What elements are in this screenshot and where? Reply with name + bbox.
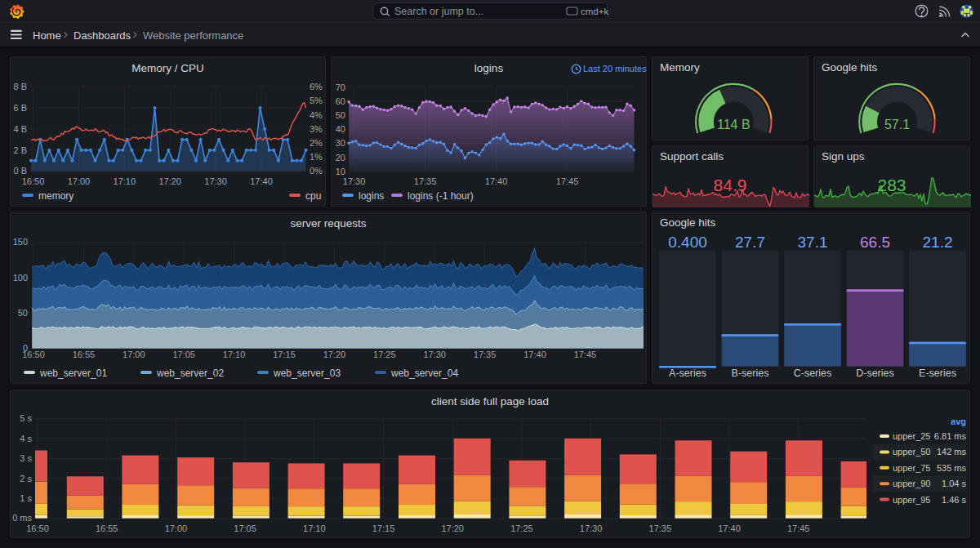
svg-text:17:30: 17:30 [204,176,227,186]
svg-text:C-series: C-series [794,368,832,379]
svg-text:17:10: 17:10 [223,350,246,359]
svg-text:150: 150 [13,237,28,247]
svg-text:17:05: 17:05 [172,350,195,359]
svg-text:3%: 3% [310,124,323,134]
svg-text:logins: logins [359,190,384,202]
svg-text:logins (-1 hour): logins (-1 hour) [408,190,474,202]
svg-text:E-series: E-series [919,368,956,379]
svg-text:142 ms: 142 ms [937,447,967,457]
svg-text:27.7: 27.7 [735,234,765,251]
svg-text:16:55: 16:55 [96,523,118,533]
svg-text:66.5: 66.5 [860,234,890,251]
svg-text:4 s: 4 s [20,434,32,443]
svg-text:114 B: 114 B [717,118,751,131]
svg-text:0 ms: 0 ms [12,513,32,523]
svg-text:0%: 0% [310,166,323,176]
svg-text:20: 20 [336,153,345,163]
svg-text:17:40: 17:40 [485,176,508,186]
svg-text:17:45: 17:45 [787,523,810,533]
svg-text:50: 50 [18,308,28,318]
svg-text:upper_25: upper_25 [893,431,931,441]
svg-text:1%: 1% [310,152,323,162]
svg-text:10: 10 [336,167,345,176]
svg-text:70: 70 [336,82,345,92]
svg-text:5 s: 5 s [20,413,32,423]
svg-text:16:50: 16:50 [22,350,45,359]
svg-text:17:40: 17:40 [523,350,546,359]
svg-text:upper_50: upper_50 [893,447,931,457]
svg-text:17:10: 17:10 [303,523,326,533]
svg-text:535 ms: 535 ms [937,463,967,473]
svg-text:cpu: cpu [305,190,321,202]
svg-text:16:55: 16:55 [73,350,96,359]
svg-text:40: 40 [336,124,345,134]
svg-text:2 B: 2 B [13,145,27,155]
svg-text:D-series: D-series [856,368,894,379]
svg-text:17:20: 17:20 [158,176,181,186]
svg-text:1.04 s: 1.04 s [942,479,966,488]
svg-text:upper_90: upper_90 [893,479,931,488]
svg-text:upper_95: upper_95 [893,495,931,505]
svg-text:37.1: 37.1 [798,234,828,251]
svg-text:17:15: 17:15 [372,523,395,533]
svg-text:1.46 s: 1.46 s [942,495,966,505]
svg-text:50: 50 [336,110,345,120]
svg-text:17:30: 17:30 [580,523,603,533]
svg-text:21.2: 21.2 [923,234,953,251]
svg-text:17:40: 17:40 [250,176,273,186]
svg-text:17:35: 17:35 [474,350,497,359]
svg-text:cmd+k: cmd+k [581,7,608,16]
svg-text:17:25: 17:25 [373,350,396,359]
svg-text:0.400: 0.400 [668,234,707,251]
svg-text:17:40: 17:40 [718,523,741,533]
svg-text:memory: memory [38,190,74,202]
svg-text:17:15: 17:15 [273,350,296,359]
svg-text:0 B: 0 B [13,166,27,176]
svg-text:17:45: 17:45 [556,176,579,186]
svg-text:100: 100 [13,273,28,283]
svg-text:17:35: 17:35 [414,176,437,186]
svg-text:Search or jump to...: Search or jump to... [394,6,483,17]
svg-text:avg: avg [951,417,966,426]
svg-text:web_server_03: web_server_03 [273,368,341,379]
svg-text:17:30: 17:30 [423,350,446,359]
svg-text:web_server_04: web_server_04 [390,368,458,379]
svg-text:upper_75: upper_75 [893,463,931,473]
svg-text:30: 30 [336,138,345,148]
svg-text:6 B: 6 B [13,103,27,113]
svg-text:6%: 6% [310,82,323,91]
svg-text:5%: 5% [310,96,323,105]
svg-text:16:50: 16:50 [22,176,45,186]
svg-text:B-series: B-series [732,368,769,379]
svg-text:1 s: 1 s [20,493,32,503]
svg-text:17:05: 17:05 [234,523,256,533]
svg-text:17:00: 17:00 [165,523,188,533]
svg-text:17:20: 17:20 [323,350,346,359]
svg-text:2%: 2% [310,138,323,148]
svg-text:web_server_02: web_server_02 [156,368,224,379]
svg-text:A-series: A-series [669,368,706,379]
svg-text:web_server_01: web_server_01 [39,368,107,379]
svg-text:4 B: 4 B [13,124,27,134]
svg-text:57.1: 57.1 [884,118,910,131]
svg-text:6.81 ms: 6.81 ms [934,431,967,441]
svg-text:3 s: 3 s [20,453,32,463]
svg-text:60: 60 [336,96,345,106]
svg-text:17:10: 17:10 [114,176,136,186]
svg-text:2 s: 2 s [20,474,32,483]
svg-text:17:35: 17:35 [649,523,672,533]
svg-text:17:25: 17:25 [510,523,533,533]
svg-text:17:20: 17:20 [441,523,464,533]
svg-text:17:00: 17:00 [68,176,91,186]
svg-text:17:30: 17:30 [343,176,366,186]
svg-text:17:00: 17:00 [122,350,145,359]
svg-text:4%: 4% [310,110,323,120]
svg-text:8 B: 8 B [13,82,27,91]
svg-text:17:45: 17:45 [574,350,597,359]
svg-text:16:50: 16:50 [26,523,49,533]
